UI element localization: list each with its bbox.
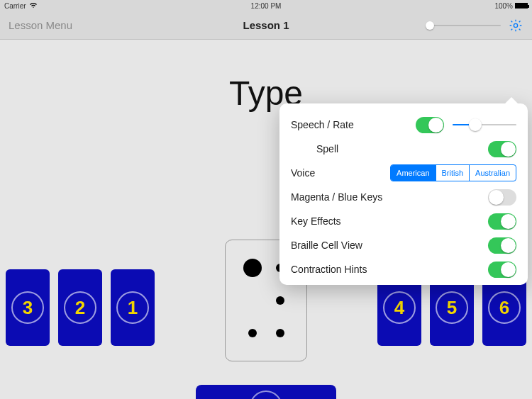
setting-label-key-effects: Key Effects	[291, 215, 488, 227]
settings-button[interactable]	[508, 18, 523, 33]
voice-option-american[interactable]: American	[391, 165, 435, 181]
voice-option-british[interactable]: British	[436, 165, 470, 181]
setting-label-spell: Spell	[291, 143, 488, 154]
braille-dot-3	[238, 317, 266, 349]
rate-slider[interactable]	[453, 124, 516, 125]
battery-icon	[515, 3, 528, 9]
spell-toggle[interactable]	[488, 141, 516, 157]
setting-label-magenta-blue: Magenta / Blue Keys	[291, 191, 488, 203]
key-2[interactable]: 2	[58, 269, 102, 346]
contraction-hints-toggle[interactable]	[488, 262, 516, 278]
setting-label-voice: Voice	[291, 167, 390, 179]
magenta-blue-toggle[interactable]	[488, 189, 516, 206]
nav-progress-slider[interactable]	[430, 25, 501, 26]
voice-segmented-control[interactable]: American British Australian	[390, 164, 516, 181]
svg-point-0	[514, 23, 517, 27]
nav-bar: Lesson Menu Lesson 1	[0, 11, 532, 40]
braille-dot-5	[266, 284, 294, 317]
braille-dot-2	[238, 284, 266, 317]
voice-option-australian[interactable]: Australian	[469, 165, 516, 181]
battery-percent: 100%	[494, 2, 513, 10]
space-key[interactable]	[196, 385, 336, 399]
left-keys-group: 3 2 1	[6, 269, 155, 346]
key-1[interactable]: 1	[111, 269, 155, 346]
key-effects-toggle[interactable]	[488, 213, 516, 230]
status-bar: Carrier 12:00 PM 100%	[0, 0, 532, 11]
carrier-label: Carrier	[4, 2, 26, 10]
setting-label-braille-view: Braille Cell View	[291, 240, 488, 251]
setting-label-contraction-hints: Contraction Hints	[291, 264, 488, 275]
clock: 12:00 PM	[4, 2, 528, 10]
braille-dot-1	[238, 252, 266, 284]
braille-dot-6	[266, 317, 294, 349]
back-button[interactable]: Lesson Menu	[9, 19, 72, 31]
braille-view-toggle[interactable]	[488, 237, 516, 254]
key-3[interactable]: 3	[6, 269, 50, 346]
speech-toggle[interactable]	[416, 117, 444, 133]
wifi-icon	[29, 1, 38, 10]
setting-label-speech-rate: Speech / Rate	[291, 119, 416, 130]
settings-popover: Speech / Rate Spell Voice American Briti…	[279, 103, 528, 285]
